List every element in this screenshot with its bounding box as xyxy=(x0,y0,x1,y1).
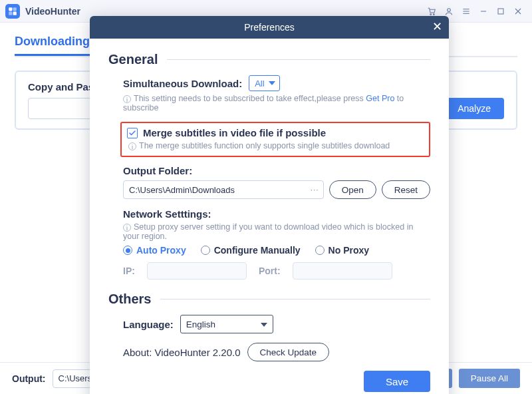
minimize-icon[interactable] xyxy=(475,3,492,20)
ip-input[interactable] xyxy=(147,262,247,280)
output-folder-input[interactable]: C:\Users\Admin\Downloads ··· xyxy=(123,180,324,199)
svg-point-4 xyxy=(430,13,432,15)
preferences-modal: Preferences ✕ General Simultaneous Downl… xyxy=(90,16,449,394)
svg-rect-2 xyxy=(9,11,12,15)
svg-point-5 xyxy=(433,13,434,15)
merge-label: Merge subtitles in video file if possibl… xyxy=(143,127,326,138)
get-pro-link[interactable]: Get Pro xyxy=(366,94,394,103)
pause-all-button[interactable]: Pause All xyxy=(459,369,520,388)
section-general: General xyxy=(108,52,430,67)
radio-auto-proxy[interactable]: Auto Proxy xyxy=(123,245,186,256)
open-button[interactable]: Open xyxy=(329,180,376,199)
check-update-button[interactable]: Check Update xyxy=(247,343,330,361)
reset-button[interactable]: Reset xyxy=(382,180,430,199)
save-button[interactable]: Save xyxy=(364,371,430,392)
output-label: Output: xyxy=(12,373,46,384)
ip-label: IP: xyxy=(123,266,135,276)
browse-icon[interactable]: ··· xyxy=(311,185,319,194)
simdl-select[interactable]: All xyxy=(249,75,279,91)
maximize-icon[interactable] xyxy=(492,3,509,20)
port-input[interactable] xyxy=(293,262,392,280)
app-title: VideoHunter xyxy=(25,6,80,17)
modal-close-icon[interactable]: ✕ xyxy=(432,21,442,33)
info-icon: i xyxy=(128,142,136,150)
language-select[interactable]: English xyxy=(180,315,273,333)
svg-rect-1 xyxy=(13,7,17,11)
info-icon: i xyxy=(123,95,131,103)
svg-rect-11 xyxy=(498,9,503,14)
radio-no-proxy[interactable]: No Proxy xyxy=(315,245,369,256)
language-label: Language: xyxy=(123,319,174,330)
tab-downloading[interactable]: Downloading xyxy=(15,35,90,56)
network-label: Network Setttings: xyxy=(123,208,430,220)
modal-title: Preferences xyxy=(244,22,294,33)
radio-configure-manually[interactable]: Configure Manually xyxy=(201,245,301,256)
about-label: About: VideoHunter 2.20.0 xyxy=(123,347,241,358)
simdl-hint: iThis setting needs to be subscribed to … xyxy=(123,94,430,112)
info-icon: i xyxy=(123,224,131,232)
port-label: Port: xyxy=(259,266,281,276)
network-hint: iSetup proxy server setting if you want … xyxy=(123,222,430,241)
svg-point-6 xyxy=(448,8,451,11)
merge-highlight: Merge subtitles in video file if possibl… xyxy=(120,122,430,157)
svg-rect-3 xyxy=(13,11,17,15)
menu-icon[interactable] xyxy=(458,3,475,20)
simdl-label: Simultaneous Download: xyxy=(123,78,242,89)
app-logo-icon xyxy=(5,4,20,19)
output-folder-label: Output Folder: xyxy=(123,165,430,176)
merge-hint: iThe merge subtitles function only suppo… xyxy=(128,141,424,150)
svg-rect-0 xyxy=(9,7,12,11)
section-others: Others xyxy=(108,292,430,307)
merge-checkbox[interactable] xyxy=(127,128,138,138)
analyze-button[interactable]: Analyze xyxy=(444,98,504,119)
close-icon[interactable] xyxy=(509,3,527,20)
modal-header: Preferences ✕ xyxy=(90,16,449,39)
